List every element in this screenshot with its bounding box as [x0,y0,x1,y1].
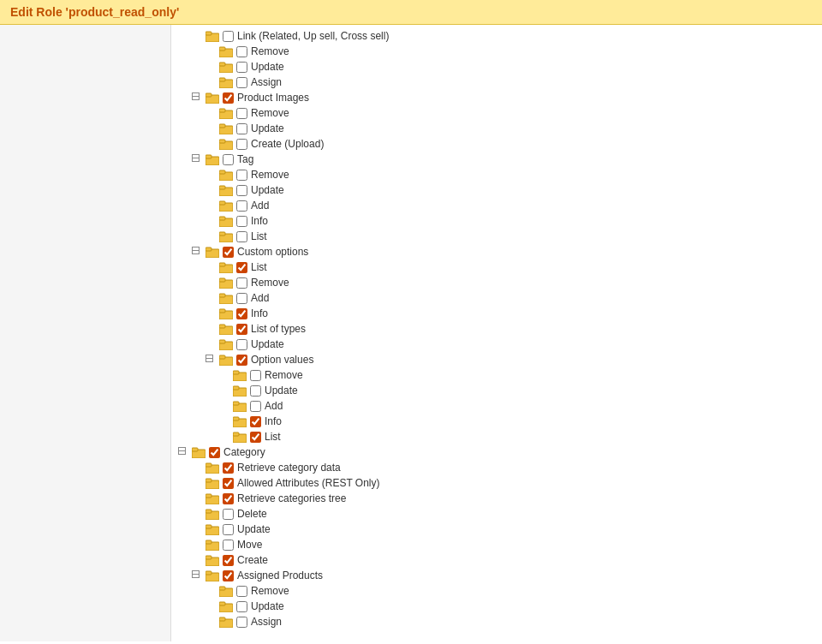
svg-rect-87 [219,602,225,605]
tree-item-label: Info [251,307,268,319]
tree-checkbox[interactable] [250,401,261,412]
folder-icon [206,31,219,42]
tree-checkbox[interactable] [223,570,234,581]
folder-icon [219,231,233,242]
tree-checkbox[interactable] [236,293,247,304]
tree-expander[interactable] [206,168,219,182]
tree-row: Remove [171,367,822,383]
svg-rect-43 [219,309,225,313]
tree-checkbox[interactable] [223,462,234,474]
tree-expander[interactable] [206,307,219,320]
svg-rect-65 [192,448,198,451]
tree-checkbox[interactable] [236,216,247,227]
tree-checkbox[interactable] [223,555,234,566]
tree-checkbox[interactable] [236,123,247,134]
tree-expander[interactable] [219,414,233,428]
tree-expander[interactable] [206,183,219,197]
tree-checkbox[interactable] [236,601,247,612]
tree-expander[interactable] [192,553,206,567]
tree-checkbox[interactable] [236,139,247,150]
checkbox-wrap [248,385,263,397]
tree-row: Category [171,444,822,460]
tree-checkbox[interactable] [236,170,247,181]
tree-checkbox[interactable] [223,154,234,165]
tree-checkbox[interactable] [223,509,234,520]
tree-row: Add [171,290,822,306]
tree-checkbox[interactable] [236,231,247,242]
tree-expander[interactable] [206,75,219,89]
tree-expander[interactable] [219,430,233,444]
tree-row: List of types [171,321,822,337]
sidebar [0,25,171,641]
svg-rect-13 [219,109,225,112]
tree-checkbox[interactable] [250,385,261,397]
tree-expander[interactable] [219,368,233,382]
tree-checkbox[interactable] [236,339,247,350]
folder-icon [233,370,247,381]
tree-checkbox[interactable] [223,247,234,258]
tree-checkbox[interactable] [223,493,234,504]
tree-expander[interactable] [192,538,206,552]
tree-checkbox[interactable] [236,46,247,57]
tree-checkbox[interactable] [236,324,247,335]
tree-checkbox[interactable] [250,416,261,427]
tree-checkbox[interactable] [236,277,247,289]
tree-expander[interactable] [206,199,219,212]
tree-expander[interactable] [206,137,219,151]
tree-checkbox[interactable] [223,524,234,535]
tree-expander[interactable] [206,291,219,305]
tree-checkbox[interactable] [236,77,247,88]
tree-expander[interactable] [192,522,206,536]
tree-expander[interactable] [192,569,206,582]
tree-expander[interactable] [206,353,219,367]
tree-expander[interactable] [206,276,219,289]
tree-expander[interactable] [178,445,192,459]
folder-icon [233,432,247,443]
tree-expander[interactable] [192,152,206,166]
tree-row: List [171,259,822,275]
tree-expander[interactable] [206,322,219,336]
checkbox-wrap [235,339,249,350]
tree-expander[interactable] [192,476,206,490]
tree-checkbox[interactable] [236,62,247,73]
tree-expander[interactable] [206,122,219,135]
tree-expander[interactable] [206,584,219,598]
tree-checkbox[interactable] [236,308,247,319]
tree-expander[interactable] [206,45,219,58]
checkbox-wrap [248,401,263,412]
tree-checkbox[interactable] [223,540,234,551]
tree-expander[interactable] [206,615,219,629]
tree-checkbox[interactable] [223,31,234,42]
svg-rect-77 [206,540,211,544]
tree-checkbox[interactable] [236,617,247,628]
tree-expander[interactable] [206,230,219,243]
tree-row: Custom options [171,244,822,259]
tree-checkbox[interactable] [236,200,247,212]
tree-checkbox[interactable] [223,478,234,489]
tree-expander[interactable] [192,245,206,259]
tree-expander[interactable] [192,461,206,474]
tree-checkbox[interactable] [236,355,247,366]
tree-checkbox[interactable] [236,185,247,196]
svg-rect-21 [206,155,211,158]
tree-expander[interactable] [192,91,206,104]
tree-checkbox[interactable] [209,447,220,458]
tree-item-label: Link (Related, Up sell, Cross sell) [237,30,389,42]
tree-checkbox[interactable] [236,262,247,273]
tree-expander[interactable] [206,214,219,228]
tree-expander[interactable] [206,60,219,74]
tree-expander[interactable] [206,260,219,274]
tree-checkbox[interactable] [250,432,261,443]
tree-expander[interactable] [206,599,219,613]
tree-checkbox[interactable] [236,108,247,119]
tree-expander[interactable] [219,384,233,397]
tree-expander[interactable] [192,507,206,521]
tree-checkbox[interactable] [236,586,247,597]
tree-checkbox[interactable] [250,370,261,381]
tree-expander[interactable] [206,337,219,351]
tree-expander[interactable] [219,399,233,413]
tree-checkbox[interactable] [223,92,234,104]
tree-expander[interactable] [206,106,219,120]
tree-expander[interactable] [192,492,206,505]
tree-expander[interactable] [192,29,206,43]
